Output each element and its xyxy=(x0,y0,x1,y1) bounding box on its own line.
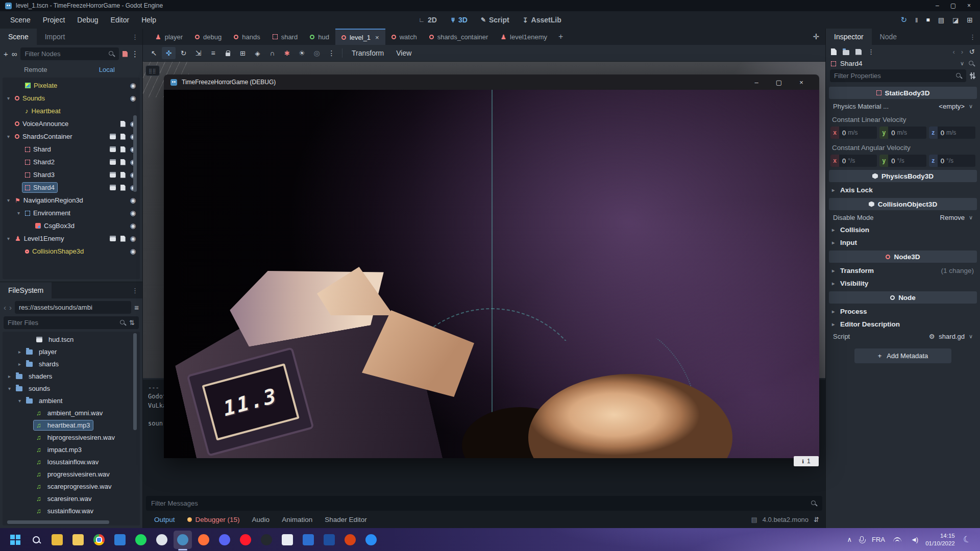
open-docs-icon[interactable] xyxy=(968,60,975,67)
snap-toggle[interactable]: ∩ xyxy=(265,47,279,59)
tab-scene[interactable]: Scene xyxy=(0,29,37,45)
file-item-scareprogressive-wav[interactable]: ♫scareprogressive.wav xyxy=(3,480,140,492)
script-badge-icon[interactable] xyxy=(120,146,126,153)
forward-icon[interactable]: › xyxy=(9,303,12,312)
file-item-shaders[interactable]: ▸shaders xyxy=(3,370,140,382)
tree-node-environment[interactable]: ▾Environment◉ xyxy=(3,207,140,219)
select-tool[interactable]: ↖ xyxy=(147,47,161,59)
history-forward-icon[interactable]: › xyxy=(961,48,963,56)
group-tool[interactable]: ⊞ xyxy=(236,47,250,59)
add-node-button[interactable]: + xyxy=(4,49,8,58)
editor-button-2d[interactable]: ∟2D xyxy=(413,16,442,24)
file-item-sounds[interactable]: ▾sounds xyxy=(3,382,140,394)
game-maximize-icon[interactable]: ▢ xyxy=(768,79,790,86)
inspected-node-row[interactable]: Shard4 ∨ xyxy=(826,59,980,69)
new-resource-icon[interactable] xyxy=(831,48,837,55)
scene-tab-watch[interactable]: watch xyxy=(385,29,423,45)
game-window-titlebar[interactable]: TimeFreezeHorrorGame (DEBUG) – ▢ × xyxy=(164,74,819,90)
file-item-ambient_omni-wav[interactable]: ♫ambient_omni.wav xyxy=(3,407,140,419)
tray-expand-icon[interactable]: ∧ xyxy=(847,536,852,543)
firefox-icon[interactable] xyxy=(194,531,213,549)
spotify-icon[interactable] xyxy=(132,531,150,549)
eye-badge-icon[interactable]: ◉ xyxy=(130,247,136,255)
filesystem-hscrollbar[interactable] xyxy=(7,520,109,524)
file-item-progressivesiren-wav[interactable]: ♫progressivesiren.wav xyxy=(3,468,140,480)
resource-menu-icon[interactable]: ⋮ xyxy=(868,48,874,56)
menu-editor[interactable]: Editor xyxy=(105,16,136,24)
collapse-arrow-icon[interactable]: ▾ xyxy=(6,386,13,391)
search-button-icon[interactable] xyxy=(27,531,45,549)
messenger-icon[interactable] xyxy=(362,531,380,549)
back-icon[interactable]: ‹ xyxy=(4,303,6,312)
tree-node-collisionshape3d[interactable]: CollisionShape3d◉ xyxy=(3,245,140,258)
bottom-tab-output[interactable]: Output xyxy=(148,516,181,523)
script-badge-icon[interactable] xyxy=(120,185,126,191)
tree-node-shardscontainer[interactable]: ▾ShardsContainer◉ xyxy=(3,130,140,143)
minimize-icon[interactable]: – xyxy=(936,2,939,9)
script-badge-icon[interactable] xyxy=(120,121,126,127)
vector-field-x[interactable]: x0m/s xyxy=(830,127,877,139)
history-back-icon[interactable]: ‹ xyxy=(952,48,954,56)
movie-badge-icon[interactable] xyxy=(110,236,116,241)
filesystem-menu-icon[interactable]: ≡ xyxy=(134,303,139,312)
collapse-arrow-icon[interactable]: ▾ xyxy=(15,210,22,216)
section-process[interactable]: ▸Process xyxy=(828,305,978,318)
calculator-icon[interactable] xyxy=(278,531,297,549)
tree-node-heartbeat[interactable]: ♪Heartbeat xyxy=(3,105,140,117)
section-axis-lock[interactable]: ▸Axis Lock xyxy=(828,184,978,196)
environment-toggle[interactable]: ◎ xyxy=(310,47,324,59)
tree-node-shard3[interactable]: Shard3◉ xyxy=(3,168,140,181)
vscode-icon[interactable] xyxy=(111,531,129,549)
tab-filesystem[interactable]: FileSystem xyxy=(0,282,52,298)
bottom-tab-animation[interactable]: Animation xyxy=(276,516,318,523)
script-value-dropdown[interactable]: ⚙shard.gd∨ xyxy=(929,333,973,340)
move-tool[interactable]: ✜ xyxy=(162,47,176,59)
pause-button[interactable]: ‖ xyxy=(915,16,918,24)
file-item-player[interactable]: ▸player xyxy=(3,345,140,358)
menu-debug[interactable]: Debug xyxy=(71,16,104,24)
night-light-icon[interactable]: ☾ xyxy=(962,533,972,545)
scene-tab-debug[interactable]: debug xyxy=(189,29,228,45)
tree-node-level1enemy[interactable]: ▾♟Level1Enemy◉ xyxy=(3,232,140,245)
ruler-tool[interactable]: ◈ xyxy=(251,47,264,59)
movie-mode-button[interactable]: ⊞ xyxy=(967,16,973,24)
script-badge-icon[interactable] xyxy=(120,236,126,242)
discord-icon[interactable] xyxy=(215,531,234,549)
tab-import[interactable]: Import xyxy=(37,29,74,45)
file-item-shards[interactable]: ▸shards xyxy=(3,358,140,370)
close-icon[interactable]: × xyxy=(967,2,971,9)
clock[interactable]: 14:15 01/10/2022 xyxy=(925,532,955,547)
menu-help[interactable]: Help xyxy=(135,16,162,24)
tab-inspector[interactable]: Inspector xyxy=(826,29,872,45)
vector-field-z[interactable]: z0°/s xyxy=(929,155,975,167)
filter-properties-input[interactable]: Filter Properties xyxy=(830,69,966,82)
wifi-icon[interactable] xyxy=(893,536,902,543)
tree-node-sounds[interactable]: ▾Sounds◉ xyxy=(3,92,140,105)
property-value-dropdown[interactable]: <empty>∨ xyxy=(939,103,973,110)
play-scene-button[interactable]: ▤ xyxy=(938,16,944,24)
expand-viewport-icon[interactable]: ✛ xyxy=(806,29,825,45)
stop-button[interactable]: ■ xyxy=(926,16,929,23)
folder-pinned-icon[interactable] xyxy=(69,531,87,549)
toggle-bottom-panel-icon[interactable]: ⇵ xyxy=(814,516,819,523)
local-tab[interactable]: Local xyxy=(71,66,143,73)
filter-nodes-input[interactable]: Filter Nodes xyxy=(20,47,119,60)
github-desktop-icon[interactable] xyxy=(257,531,276,549)
script-badge-icon[interactable] xyxy=(120,134,126,140)
scene-tab-shard[interactable]: shard xyxy=(266,29,304,45)
scene-tab-level_1[interactable]: level_1× xyxy=(335,29,385,45)
chrome-icon[interactable] xyxy=(90,531,108,549)
viewport-grip-icon[interactable]: ⣿⣿ xyxy=(145,65,160,76)
sun-toggle[interactable]: ☀ xyxy=(295,47,309,59)
language-indicator[interactable]: FRA xyxy=(872,536,885,543)
list-select-tool[interactable]: ≡ xyxy=(206,47,220,59)
add-scene-tab-button[interactable]: + xyxy=(553,29,568,45)
filter-messages-input[interactable]: Filter Messages xyxy=(146,496,822,511)
rotate-tool[interactable]: ↻ xyxy=(177,47,190,59)
collapse-arrow-icon[interactable]: ▾ xyxy=(16,398,23,404)
editor-button-3d[interactable]: ⋔3D xyxy=(445,16,473,24)
tree-node-pixelate[interactable]: Pixelate◉ xyxy=(3,79,140,92)
play-custom-scene-button[interactable]: ◪ xyxy=(952,16,959,24)
filter-files-input[interactable]: Filter Files ⇅ xyxy=(4,316,139,329)
collapse-arrow-icon[interactable]: ▸ xyxy=(16,349,23,355)
